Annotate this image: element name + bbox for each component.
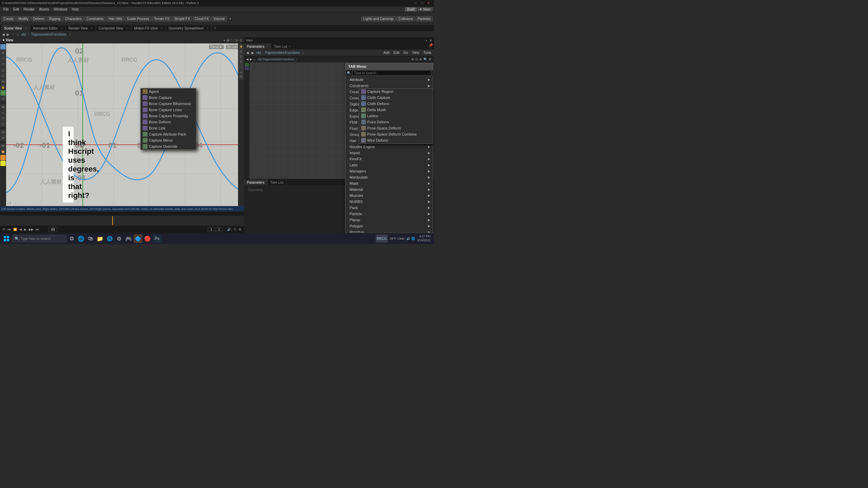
shelf-tab-modify[interactable]: Modify [16,16,30,21]
tool-view4[interactable]: ⛶ [0,121,6,127]
rp-add-pane[interactable]: + [425,39,427,42]
transport-loop[interactable]: ⟳ [2,228,6,231]
shelf-tab-constraints[interactable]: Constraints [84,16,106,21]
tool-cursor[interactable]: ➜ [0,90,6,96]
menu-windows[interactable]: Windows [52,7,70,12]
menu-edit[interactable]: Edit [11,7,21,12]
minimize-btn[interactable]: — [412,1,419,5]
ne-thumb-1[interactable] [245,63,249,66]
settings-icon[interactable]: ⚙ [238,228,242,231]
cat-labs[interactable]: Labs▶ [346,162,433,168]
tool-view2[interactable]: ○ [0,110,6,115]
tb-app-unreal[interactable]: 🎮 [124,234,133,243]
tab-close-scene[interactable]: ✕ [25,27,27,30]
cat-houdini-engine[interactable]: Houdini Engine▶ [346,144,433,150]
shelf-add[interactable]: + [228,17,233,21]
transport-play[interactable]: ▶ [23,228,27,231]
shelf-tab-hairutils[interactable]: Hair Utils [106,16,124,21]
rp-go-btn[interactable]: Go [402,51,409,55]
tool-mode1[interactable]: ↔ [0,56,6,61]
shelf-collisions[interactable]: Collisions [396,16,415,21]
ne-icon-4[interactable]: 🔍 [423,58,427,61]
audio-icon[interactable]: 🔊 [226,228,232,231]
ne-icon-1[interactable]: ⊞ [411,58,414,61]
cat-attribute[interactable]: Attribute▶ [346,77,433,83]
tab-close-comp[interactable]: ✕ [126,27,128,30]
rc-wire-deform[interactable]: Wire Deform [359,137,433,143]
task-view-btn[interactable]: ⧉ [67,234,76,243]
menu-assets[interactable]: Assets [37,7,51,12]
rp-nav-back[interactable]: ◀ [245,51,250,55]
lc-bone-capture-bi[interactable]: Bone Capture Biharmonic [141,101,196,107]
shelf-tab-create[interactable]: Create [1,16,16,21]
cat-material[interactable]: Material▶ [346,186,433,192]
lc-capture-override[interactable]: Capture Override [141,143,196,149]
ne-nav-fwd[interactable]: ▶ [250,58,252,61]
lc-agent[interactable]: Agent [141,88,196,95]
tool-mode6[interactable]: 🔒 [0,84,6,90]
tool-select[interactable]: ✦ [0,44,6,49]
menu-render[interactable]: Render [21,7,37,12]
ne-nav-back[interactable]: ◀ [246,58,249,61]
timeline[interactable] [0,211,244,226]
vpr-view1[interactable]: ⊕ [239,59,243,64]
rc-pose-space-deform[interactable]: Pose-Space Deform [359,125,433,131]
rp-tab-takelist[interactable]: Take List ✕ [271,43,294,49]
tb-app-substance[interactable]: 🔴 [143,234,152,243]
cat-planar[interactable]: Planar▶ [346,217,433,223]
rp-nav-fwd[interactable]: ▶ [251,51,255,55]
main-dropdown[interactable]: ▼ Main [417,7,433,12]
menu-help[interactable]: Help [70,7,81,12]
tab-close-geo[interactable]: ✕ [206,27,209,30]
cat-kinefx[interactable]: KineFX▶ [346,156,433,162]
tool-camera[interactable]: ● [0,50,6,55]
transport-start[interactable]: ⏮ [7,228,12,231]
lc-bone-link[interactable]: Bone Link [141,125,196,131]
vpr-view3[interactable]: ● [239,69,243,74]
tab-motionfx[interactable]: Motion FX View ✕ [131,25,166,31]
tool-arrow[interactable]: ↗ [0,96,6,101]
transport-prev[interactable]: ⏪ [13,228,18,231]
tool-view1[interactable]: ⊞ [0,104,6,109]
transport-step-fwd[interactable]: ▶▶ [28,228,34,231]
tool-select2[interactable]: ⊡ [0,129,6,135]
shelf-particles[interactable]: Particles [416,16,433,21]
tab-composite[interactable]: Composite View ✕ [96,25,131,31]
ne-icon-5[interactable]: ⚙ [429,58,431,61]
tb-app-store[interactable]: 🛍 [86,234,95,243]
rp-path-close[interactable]: ✕ [302,51,304,55]
tool-mode4[interactable]: □ [0,73,6,78]
rp-tab-params[interactable]: Parameters ✕ [244,43,271,49]
transport-end[interactable]: ⏭ [35,228,40,231]
ne-icon-3[interactable]: ⊕ [419,58,422,61]
shelf-tab-guide[interactable]: Guide Process [125,16,151,21]
path-close[interactable]: ✕ [68,33,72,36]
frame-start[interactable]: 1 [208,227,215,232]
shelf-tab-characters[interactable]: Characters [63,16,84,21]
taskbar-search[interactable]: 🔍 Type here to search [12,235,66,242]
nav-back[interactable]: ◀ [1,33,5,36]
frame-end[interactable]: 1 [216,227,222,232]
vpr-view2[interactable]: ○ [239,64,243,69]
nav-home[interactable]: ⌂ [16,33,19,36]
vpr-settings[interactable]: ⚙ [239,75,243,79]
build-btn[interactable]: Build [405,7,416,12]
tool-delete[interactable]: ✕ [0,135,6,141]
start-button[interactable] [1,235,12,243]
shelf-tab-rigging[interactable]: Rigging [47,16,62,21]
cat-polygon[interactable]: Polygon▶ [346,223,433,229]
tb-app-chrome[interactable]: 🌐 [105,234,114,243]
rc-capture-region[interactable]: Capture Region [359,88,433,95]
tab-geo-spreadsheet[interactable]: Geometry Spreadsheet ✕ [166,25,212,31]
shelf-tab-cloud[interactable]: Cloud FX [193,16,211,21]
lc-bone-capture-prox[interactable]: Bone Capture Proximity [141,113,196,119]
param-tab-takes[interactable]: Take List [268,179,287,185]
rc-point-deform[interactable]: Point Deform [359,119,433,125]
shelf-lights-cameras[interactable]: Lights and Cameras [361,16,396,21]
menu-file[interactable]: File [1,7,11,12]
tb-app-settings[interactable]: ⚙ [115,234,123,243]
rp-close-pane[interactable]: ✕ [429,39,432,42]
lc-capture-attr-pack[interactable]: Capture Attribute Pack [141,131,196,137]
rp-pin[interactable]: 📌 [427,43,434,49]
cat-primitive[interactable]: Primitive▶ [346,229,433,232]
